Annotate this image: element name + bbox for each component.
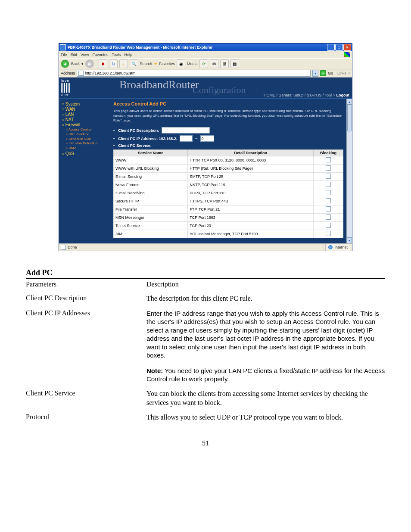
- menu-help[interactable]: Help: [124, 53, 132, 57]
- brand-line1: BroadbandRouter: [119, 78, 199, 91]
- sidebar-sub-dmz[interactable]: DMZ: [66, 146, 109, 151]
- discuss-button[interactable]: ▦: [230, 59, 239, 68]
- search-label[interactable]: Search: [140, 62, 153, 66]
- service-name-cell: Telnet Service: [114, 222, 188, 230]
- back-dropdown[interactable]: ▾: [81, 62, 84, 66]
- page-icon: [78, 71, 84, 76]
- blocking-cell: [314, 165, 343, 173]
- blocking-checkbox[interactable]: [326, 157, 331, 162]
- blocking-cell: [314, 230, 343, 238]
- favorites-label[interactable]: Favorites: [159, 62, 175, 66]
- scrollbar[interactable]: ▴ ▾: [346, 99, 352, 243]
- top-nav: HOME / General Setup / STATUS / Tool ○ L…: [264, 93, 349, 97]
- client-pc-ip-end-input[interactable]: 0: [200, 135, 214, 142]
- back-button[interactable]: ◄: [61, 59, 69, 68]
- service-detail-cell: TCP Port 1863: [188, 214, 314, 222]
- sidebar: System WAN LAN NAT Firewall Access Contr…: [59, 99, 109, 243]
- address-field[interactable]: http://192.168.2.1/setupw.stm: [77, 70, 311, 77]
- logout-link[interactable]: Logout: [336, 93, 350, 97]
- menu-tools[interactable]: Tools: [112, 53, 121, 57]
- sidebar-item-wan[interactable]: WAN: [62, 107, 109, 112]
- sidebar-item-qos[interactable]: QoS: [62, 151, 109, 156]
- blocking-checkbox[interactable]: [326, 231, 331, 236]
- logo-barcode-icon: [61, 83, 71, 93]
- doc-desc: You can block the clients from accessing…: [146, 389, 385, 408]
- logo-text-top: level: [61, 78, 71, 83]
- blocking-checkbox[interactable]: [326, 215, 331, 220]
- sidebar-sub-intrusion-detection[interactable]: Intrusion Detection: [66, 141, 109, 146]
- client-pc-ip-label: Client PC IP Address:: [118, 137, 158, 141]
- blocking-checkbox[interactable]: [326, 206, 331, 212]
- service-detail-cell: TCP Port 23: [188, 222, 314, 230]
- content-area: Access Control Add PC This page allows u…: [109, 99, 352, 243]
- row-client-pc-description: Client PC Description:: [113, 127, 344, 134]
- doc-note: Note: You need to give your LAN PC clien…: [146, 367, 385, 383]
- blocking-cell: [314, 214, 343, 222]
- favorites-icon[interactable]: ★: [154, 62, 157, 66]
- menu-file[interactable]: File: [61, 53, 67, 57]
- sidebar-item-firewall[interactable]: Firewall: [62, 122, 109, 127]
- address-url: http://192.168.2.1/setupw.stm: [85, 71, 136, 75]
- media-icon[interactable]: ◉: [177, 59, 185, 68]
- go-button[interactable]: →: [320, 70, 326, 76]
- doc-desc-text: Enter the IP address range that you wish…: [146, 310, 379, 359]
- sidebar-sub-access-control[interactable]: Access Control: [66, 128, 109, 132]
- doc-header-description: Description: [146, 280, 385, 288]
- sidebar-sub-schedule-rule[interactable]: Schedule Rule: [66, 137, 109, 142]
- ie-logo-icon: [60, 44, 66, 50]
- sidebar-item-nat[interactable]: NAT: [62, 117, 109, 122]
- links-chevron-icon[interactable]: »: [348, 71, 350, 75]
- sidebar-sub-url-blocking[interactable]: URL Blocking: [66, 132, 109, 137]
- blocking-cell: [314, 189, 343, 197]
- blocking-checkbox[interactable]: [326, 165, 331, 171]
- blocking-cell: [314, 197, 343, 205]
- mail-button[interactable]: ✉: [210, 59, 218, 68]
- sidebar-item-system[interactable]: System: [62, 102, 109, 106]
- window-maximize-button[interactable]: □: [335, 44, 343, 51]
- window-titlebar: FBR-1405TX Broadband Router Web Manageme…: [59, 44, 352, 51]
- menu-view[interactable]: View: [81, 53, 89, 57]
- blocking-checkbox[interactable]: [326, 198, 331, 203]
- service-name-cell: News Forums: [114, 181, 188, 189]
- table-row: AIMAOL Instant Messenger, TCP Port 5190: [114, 230, 343, 238]
- blocking-checkbox[interactable]: [326, 190, 331, 195]
- scroll-down-icon[interactable]: ▾: [347, 237, 352, 243]
- scroll-up-icon[interactable]: ▴: [347, 99, 352, 105]
- blocking-checkbox[interactable]: [326, 223, 331, 228]
- forward-button[interactable]: ►: [85, 59, 94, 68]
- window-minimize-button[interactable]: _: [327, 44, 335, 51]
- doc-header-row: Parameters Description: [26, 280, 385, 288]
- menu-edit[interactable]: Edit: [71, 53, 78, 57]
- window-close-button[interactable]: ×: [343, 44, 351, 51]
- client-pc-description-input[interactable]: [162, 127, 210, 134]
- search-icon[interactable]: 🔍: [130, 59, 138, 68]
- blocking-checkbox[interactable]: [326, 174, 331, 179]
- stop-button[interactable]: ✖: [99, 59, 107, 68]
- links-label[interactable]: Links: [337, 71, 346, 75]
- th-blocking: Blocking: [314, 150, 343, 156]
- go-label: Go: [328, 71, 333, 75]
- brand-line2: Configuration: [193, 84, 246, 96]
- service-name-cell: WWW: [114, 156, 188, 165]
- scroll-thumb[interactable]: [347, 105, 352, 131]
- toolbar: ◄ Back ▾ ► · ✖ ↻ ⌂ 🔍 Search ★ Favorites …: [59, 58, 352, 69]
- logo-text-bottom: one: [61, 93, 71, 96]
- home-button[interactable]: ⌂: [119, 59, 128, 68]
- top-nav-links[interactable]: HOME / General Setup / STATUS / Tool ○: [264, 93, 335, 97]
- menu-favorites[interactable]: Favorites: [92, 53, 108, 57]
- router-body: System WAN LAN NAT Firewall Access Contr…: [59, 98, 352, 243]
- service-detail-cell: HTTPS, TCP Port 443: [188, 197, 314, 205]
- service-detail-cell: POP3, TCP Port 110: [188, 189, 314, 197]
- blocking-checkbox[interactable]: [326, 182, 331, 187]
- address-dropdown[interactable]: ▾: [312, 70, 318, 77]
- media-label[interactable]: Media: [187, 62, 198, 66]
- history-button[interactable]: ⟳: [199, 59, 208, 68]
- client-pc-ip-start-input[interactable]: [180, 135, 193, 142]
- blocking-cell: [314, 222, 343, 230]
- client-pc-service-label: Client PC Service:: [118, 143, 152, 148]
- service-name-cell: E-mail Sending: [114, 173, 188, 181]
- sidebar-item-lan[interactable]: LAN: [62, 112, 109, 117]
- print-button[interactable]: 🖶: [220, 59, 229, 68]
- service-name-cell: MSN Messenger: [114, 214, 188, 222]
- refresh-button[interactable]: ↻: [109, 59, 118, 68]
